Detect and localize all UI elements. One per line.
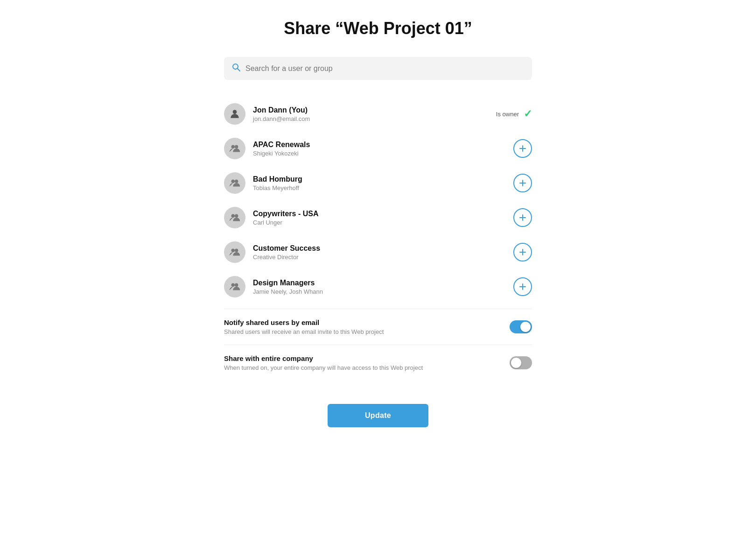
settings-title: Notify shared users by email bbox=[224, 318, 500, 326]
svg-point-2 bbox=[233, 110, 237, 114]
avatar bbox=[224, 138, 245, 159]
svg-point-20 bbox=[235, 283, 238, 287]
settings-section: Notify shared users by email Shared user… bbox=[224, 309, 532, 381]
svg-point-19 bbox=[231, 283, 235, 287]
row-action bbox=[513, 139, 532, 158]
update-section: Update bbox=[224, 404, 532, 427]
avatar bbox=[224, 241, 245, 263]
settings-title: Share with entire company bbox=[224, 354, 500, 362]
toggle-track[interactable] bbox=[510, 356, 532, 369]
update-button[interactable]: Update bbox=[328, 404, 428, 427]
list-item: Design Managers Jamie Neely, Josh Whann bbox=[224, 269, 532, 304]
row-action: Is owner ✓ bbox=[496, 108, 532, 120]
toggle-thumb bbox=[511, 358, 521, 368]
search-icon bbox=[231, 63, 241, 74]
user-sub: Shigeki Yokozeki bbox=[253, 150, 506, 157]
checkmark-icon: ✓ bbox=[524, 108, 532, 120]
avatar bbox=[224, 276, 245, 297]
avatar bbox=[224, 103, 245, 125]
svg-point-7 bbox=[231, 180, 235, 183]
user-info: APAC Renewals Shigeki Yokozeki bbox=[253, 141, 506, 157]
row-action bbox=[513, 277, 532, 296]
toggle-notify-email[interactable] bbox=[510, 320, 532, 333]
toggle-share-company[interactable] bbox=[510, 356, 532, 369]
add-button[interactable] bbox=[513, 243, 532, 261]
list-item: APAC Renewals Shigeki Yokozeki bbox=[224, 131, 532, 166]
share-dialog: Share “Web Project 01” Jon Dann (You) jo… bbox=[224, 19, 532, 446]
avatar bbox=[224, 207, 245, 228]
search-input[interactable] bbox=[245, 64, 525, 73]
svg-point-15 bbox=[231, 249, 235, 252]
avatar bbox=[224, 172, 245, 194]
toggle-thumb bbox=[520, 322, 531, 332]
toggle-track[interactable] bbox=[510, 320, 532, 333]
settings-desc: When turned on, your entire company will… bbox=[224, 364, 500, 371]
add-button[interactable] bbox=[513, 277, 532, 296]
settings-row: Notify shared users by email Shared user… bbox=[224, 309, 532, 345]
add-button[interactable] bbox=[513, 174, 532, 192]
user-name: Jon Dann (You) bbox=[253, 106, 489, 114]
user-info: Design Managers Jamie Neely, Josh Whann bbox=[253, 279, 506, 295]
user-name: Bad Homburg bbox=[253, 175, 506, 184]
page-title: Share “Web Project 01” bbox=[224, 19, 532, 38]
user-name: Customer Success bbox=[253, 244, 506, 253]
search-bar bbox=[224, 57, 532, 80]
user-sub: Creative Director bbox=[253, 254, 506, 261]
user-name: Design Managers bbox=[253, 279, 506, 287]
settings-desc: Shared users will receive an email invit… bbox=[224, 328, 500, 335]
settings-row: Share with entire company When turned on… bbox=[224, 345, 532, 381]
list-item: Customer Success Creative Director bbox=[224, 235, 532, 269]
user-info: Bad Homburg Tobias Meyerhoff bbox=[253, 175, 506, 191]
user-sub: Carl Unger bbox=[253, 219, 506, 226]
svg-point-12 bbox=[235, 214, 238, 218]
user-sub: Tobias Meyerhoff bbox=[253, 184, 506, 191]
user-info: Customer Success Creative Director bbox=[253, 244, 506, 261]
row-action bbox=[513, 243, 532, 261]
user-info: Jon Dann (You) jon.dann@email.com bbox=[253, 106, 489, 122]
user-sub: Jamie Neely, Josh Whann bbox=[253, 288, 506, 295]
add-button[interactable] bbox=[513, 208, 532, 227]
svg-point-4 bbox=[235, 145, 238, 148]
list-item: Copywriters - USA Carl Unger bbox=[224, 200, 532, 235]
add-button[interactable] bbox=[513, 139, 532, 158]
list-item: Bad Homburg Tobias Meyerhoff bbox=[224, 166, 532, 200]
settings-info: Share with entire company When turned on… bbox=[224, 354, 510, 371]
svg-point-16 bbox=[235, 249, 238, 252]
row-action bbox=[513, 174, 532, 192]
user-sub: jon.dann@email.com bbox=[253, 115, 489, 122]
user-info: Copywriters - USA Carl Unger bbox=[253, 210, 506, 226]
owner-label: Is owner bbox=[496, 111, 519, 118]
settings-info: Notify shared users by email Shared user… bbox=[224, 318, 510, 335]
svg-point-8 bbox=[235, 180, 238, 183]
svg-point-3 bbox=[231, 145, 235, 148]
user-list: Jon Dann (You) jon.dann@email.comIs owne… bbox=[224, 97, 532, 304]
user-name: APAC Renewals bbox=[253, 141, 506, 149]
user-name: Copywriters - USA bbox=[253, 210, 506, 218]
svg-point-11 bbox=[231, 214, 235, 218]
svg-line-1 bbox=[238, 69, 240, 71]
list-item: Jon Dann (You) jon.dann@email.comIs owne… bbox=[224, 97, 532, 131]
row-action bbox=[513, 208, 532, 227]
